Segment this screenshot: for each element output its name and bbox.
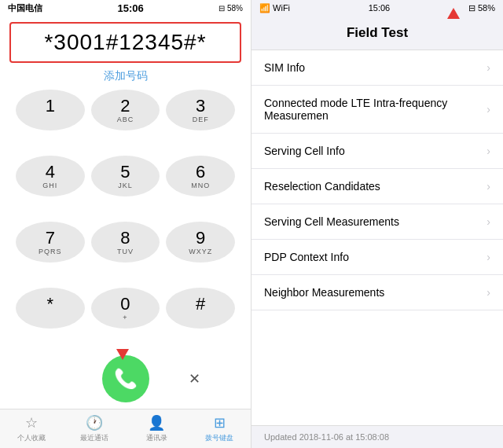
status-bar-right: 📶 WiFi 15:06 ⊟ 58% [252,0,503,16]
dial-btn-3[interactable]: 3 DEF [166,90,235,130]
menu-label-serving-cell-info: Serving Cell Info [264,145,486,157]
favorites-icon: ☆ [25,414,38,431]
nav-bar: Field Test [252,16,503,50]
dial-btn-hash[interactable]: # [166,288,235,329]
tab-favorites-label: 个人收藏 [17,433,46,443]
call-row: ✕ [0,347,251,409]
status-footer: Updated 2018-11-06 at 15:08:08 [252,425,503,448]
dial-code-display: *3001#12345#* [19,30,232,55]
dialer-panel: 中国电信 15:06 ⊟ 58% *3001#12345#* 添加号码 1 2 … [0,0,252,448]
call-button[interactable] [102,355,149,402]
battery-left: ⊟ 58% [218,4,243,13]
tab-favorites[interactable]: ☆ 个人收藏 [0,409,63,448]
menu-label-serving-cell-measurements: Serving Cell Measurements [264,215,486,228]
dialpad-icon: ⊞ [214,414,226,431]
call-arrow-indicator [116,349,129,360]
dial-btn-9[interactable]: 9 WXYZ [166,222,235,263]
battery-right: ⊟ 58% [468,3,495,13]
chevron-icon-pdp: › [486,251,490,263]
chevron-icon-sim-info: › [486,61,490,74]
tab-dialpad-label: 拨号键盘 [205,433,233,443]
delete-button[interactable]: ✕ [181,365,209,393]
tab-contacts-label: 通讯录 [146,433,167,443]
signal-right: 📶 WiFi [259,3,290,13]
dial-btn-1[interactable]: 1 [16,90,85,130]
menu-label-pdp: PDP Context Info [264,251,486,263]
dial-btn-7[interactable]: 7 PQRS [16,222,85,263]
chevron-icon-serving-cell-info: › [486,145,490,157]
dial-btn-4[interactable]: 4 GHI [16,156,85,196]
dial-btn-6[interactable]: 6 MNO [166,156,235,196]
add-number-label[interactable]: 添加号码 [0,66,251,90]
menu-item-sim-info[interactable]: SIM Info › [252,50,503,86]
menu-list: SIM Info › Connected mode LTE Intra-freq… [252,50,503,425]
status-icons-left: ⊟ 58% [218,4,243,13]
chevron-icon-neighbor: › [486,286,490,299]
field-test-panel: 📶 WiFi 15:06 ⊟ 58% Field Test SIM Info ›… [252,0,503,448]
tab-dialpad[interactable]: ⊞ 拨号键盘 [188,409,251,448]
menu-label-neighbor: Neighbor Measurements [264,286,486,299]
time-left: 15:06 [117,2,143,14]
menu-label-sim-info: SIM Info [264,61,486,74]
title-arrow-indicator [447,8,460,19]
menu-item-pdp[interactable]: PDP Context Info › [252,240,503,275]
contacts-icon: 👤 [148,414,165,431]
menu-item-reselection[interactable]: Reselection Candidates › [252,169,503,204]
recents-icon: 🕐 [86,414,103,431]
dial-btn-8[interactable]: 8 TUV [91,222,160,263]
tab-recents[interactable]: 🕐 最近通话 [63,409,126,448]
carrier-label: 中国电信 [8,2,42,14]
dial-btn-2[interactable]: 2 ABC [91,90,160,130]
menu-label-reselection: Reselection Candidates [264,180,486,193]
status-bar-left: 中国电信 15:06 ⊟ 58% [0,0,251,16]
tab-contacts[interactable]: 👤 通讯录 [126,409,189,448]
dialpad-grid: 1 2 ABC 3 DEF 4 GHI 5 JKL 6 MNO 7 PQRS 8 [0,90,251,347]
menu-item-serving-cell-info[interactable]: Serving Cell Info › [252,134,503,169]
chevron-icon-serving-cell-measurements: › [486,215,490,228]
dial-btn-star[interactable]: * [16,288,85,329]
chevron-icon-reselection: › [486,180,490,193]
dial-btn-5[interactable]: 5 JKL [91,156,160,196]
menu-item-neighbor[interactable]: Neighbor Measurements › [252,275,503,310]
nav-title: Field Test [347,25,408,41]
tab-bar: ☆ 个人收藏 🕐 最近通话 👤 通讯录 ⊞ 拨号键盘 [0,409,251,448]
menu-item-serving-cell-measurements[interactable]: Serving Cell Measurements › [252,204,503,240]
dial-btn-0[interactable]: 0 + [91,288,160,329]
dial-input-box: *3001#12345#* [9,22,241,63]
chevron-icon-lte: › [486,103,490,116]
time-right: 15:06 [369,3,391,13]
menu-label-lte: Connected mode LTE Intra-frequency Measu… [264,97,486,122]
menu-item-lte[interactable]: Connected mode LTE Intra-frequency Measu… [252,86,503,134]
updated-timestamp: Updated 2018-11-06 at 15:08:08 [264,432,389,442]
tab-recents-label: 最近通话 [80,433,108,443]
